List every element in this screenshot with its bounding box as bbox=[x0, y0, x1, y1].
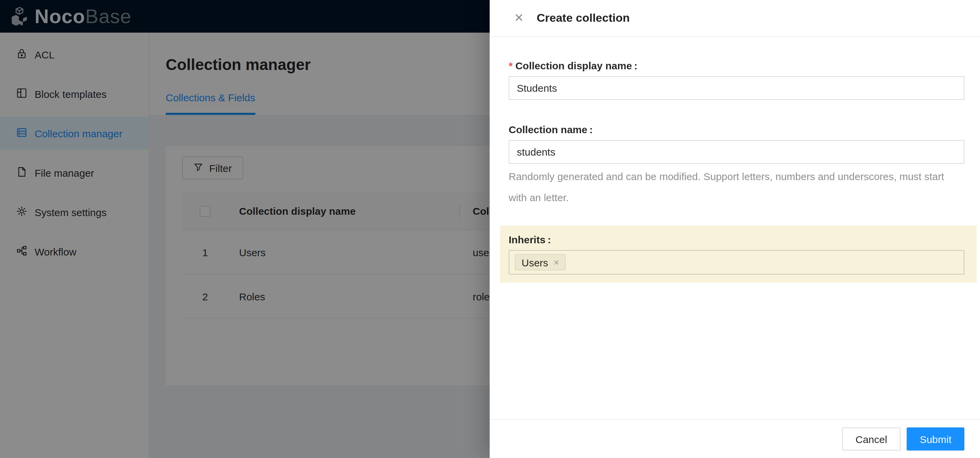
drawer-footer: Cancel Submit bbox=[490, 419, 980, 458]
tag-remove-icon[interactable]: × bbox=[554, 257, 559, 267]
tag-label: Users bbox=[522, 257, 548, 268]
form-item-display-name: *Collection display name: bbox=[509, 58, 964, 100]
collection-display-name-input[interactable] bbox=[509, 76, 964, 100]
field-label: Collection name: bbox=[509, 122, 964, 137]
inherits-select[interactable]: Users × bbox=[509, 250, 964, 274]
form-item-collection-name: Collection name: Randomly generated and … bbox=[509, 122, 964, 208]
submit-button[interactable]: Submit bbox=[907, 428, 964, 450]
field-hint: Randomly generated and can be modified. … bbox=[509, 166, 964, 208]
drawer-title: Create collection bbox=[537, 11, 630, 25]
cancel-button[interactable]: Cancel bbox=[842, 428, 900, 450]
field-label: *Collection display name: bbox=[509, 58, 964, 73]
nocobase-app: NocoBase ACL Block templates bbox=[0, 0, 980, 458]
field-label: Inherits: bbox=[509, 232, 964, 247]
drawer-header: ✕ Create collection bbox=[490, 0, 980, 37]
required-asterisk: * bbox=[509, 60, 513, 71]
form-item-inherits: Inherits: Users × bbox=[500, 226, 977, 283]
create-collection-drawer: ✕ Create collection *Collection display … bbox=[490, 0, 980, 458]
selected-tag-users[interactable]: Users × bbox=[515, 254, 566, 270]
drawer-body: *Collection display name: Collection nam… bbox=[490, 37, 980, 419]
close-icon[interactable]: ✕ bbox=[514, 12, 524, 24]
collection-name-input[interactable] bbox=[509, 140, 964, 164]
